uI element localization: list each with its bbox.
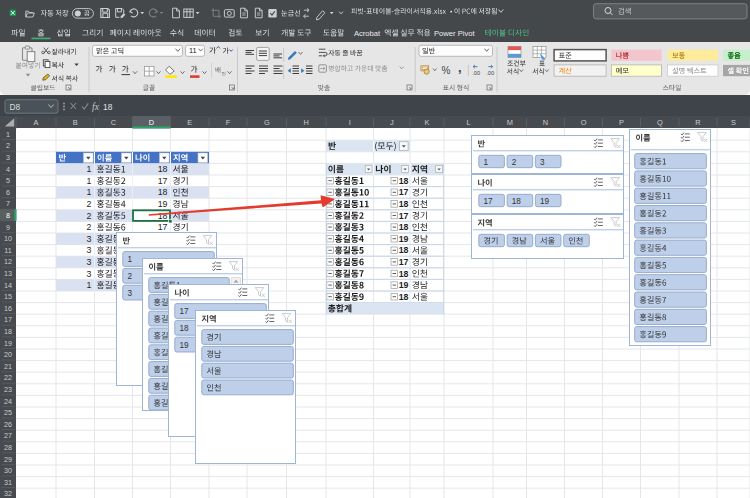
svg-text:K: K — [425, 118, 430, 127]
svg-text:7: 7 — [6, 200, 10, 209]
svg-text:O: O — [581, 118, 587, 127]
svg-text:Acrobat: Acrobat — [354, 29, 381, 38]
svg-text:18: 18 — [4, 327, 12, 336]
svg-text:2: 2 — [6, 142, 10, 151]
svg-text:16: 16 — [4, 304, 12, 313]
svg-text:1: 1 — [127, 255, 132, 264]
svg-text:25: 25 — [4, 408, 12, 417]
svg-text:G: G — [264, 118, 270, 127]
svg-text:12: 12 — [4, 258, 12, 267]
svg-text:A: A — [34, 118, 39, 127]
svg-text:18: 18 — [180, 324, 190, 333]
svg-text:1: 1 — [6, 130, 10, 139]
svg-text:27: 27 — [4, 432, 12, 441]
svg-text:9: 9 — [6, 223, 10, 232]
svg-text:6: 6 — [6, 188, 10, 197]
svg-text:P: P — [619, 118, 624, 127]
svg-text:18: 18 — [103, 102, 113, 112]
svg-text:D: D — [149, 118, 154, 127]
svg-text:17: 17 — [180, 307, 190, 316]
svg-text:17: 17 — [4, 316, 12, 325]
svg-text:C: C — [111, 118, 117, 127]
svg-text:23: 23 — [4, 385, 12, 394]
svg-text:20: 20 — [4, 350, 12, 359]
svg-text:F: F — [226, 118, 231, 127]
svg-text:32: 32 — [4, 490, 12, 498]
svg-text:R: R — [695, 118, 700, 127]
svg-text:24: 24 — [4, 397, 12, 406]
svg-text:J: J — [390, 118, 394, 127]
svg-text:M: M — [507, 118, 513, 127]
svg-text:Power Pivot: Power Pivot — [434, 29, 475, 38]
svg-text:%: % — [442, 65, 451, 76]
svg-text:11: 11 — [4, 246, 11, 255]
svg-text:15: 15 — [4, 292, 12, 301]
svg-text:N: N — [543, 118, 548, 127]
svg-text:26: 26 — [4, 420, 12, 429]
svg-text:E: E — [187, 118, 192, 127]
svg-text:29: 29 — [4, 455, 12, 464]
svg-text:21: 21 — [4, 362, 12, 371]
svg-text:19: 19 — [180, 340, 190, 349]
svg-text:22: 22 — [4, 374, 12, 383]
svg-text:11: 11 — [189, 46, 197, 55]
svg-text:.00: .00 — [486, 70, 494, 76]
svg-text:I: I — [349, 118, 351, 127]
svg-text:19: 19 — [4, 339, 12, 348]
svg-text:5: 5 — [6, 176, 10, 185]
svg-text:L: L — [466, 118, 470, 127]
svg-text:D8: D8 — [10, 102, 21, 112]
svg-text:.00: .00 — [472, 70, 480, 76]
svg-text:30: 30 — [4, 466, 12, 475]
svg-text:H: H — [304, 118, 309, 127]
svg-text:31: 31 — [4, 478, 12, 487]
svg-text:B: B — [73, 118, 78, 127]
svg-text:3: 3 — [127, 289, 132, 298]
svg-text:14: 14 — [4, 281, 12, 290]
svg-text:13: 13 — [4, 269, 12, 278]
svg-text:fx: fx — [92, 102, 100, 112]
svg-text:S: S — [731, 118, 736, 127]
svg-text:,: , — [458, 60, 462, 75]
svg-text:4: 4 — [6, 165, 10, 174]
svg-text:3: 3 — [6, 153, 10, 162]
svg-text:2: 2 — [127, 272, 132, 281]
svg-text:Q: Q — [657, 118, 663, 127]
svg-text:10: 10 — [4, 234, 12, 243]
svg-text:28: 28 — [4, 443, 12, 452]
svg-text:8: 8 — [6, 211, 10, 220]
